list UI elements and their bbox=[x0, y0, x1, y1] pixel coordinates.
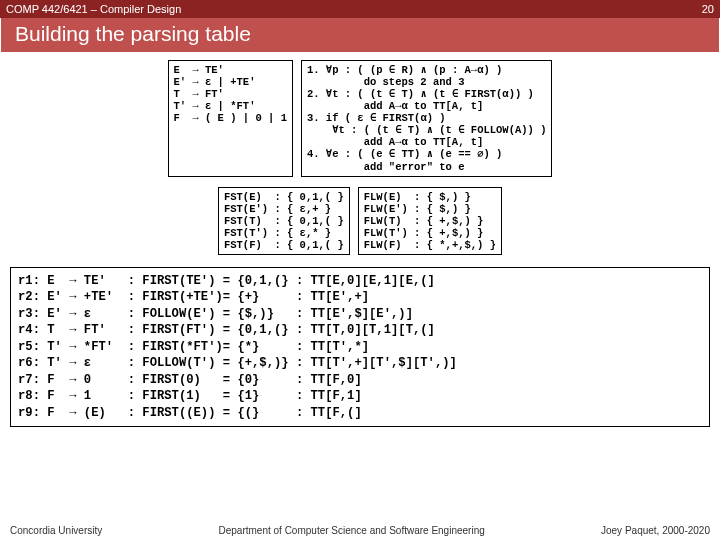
slide-title: Building the parsing table bbox=[1, 18, 719, 52]
footer-center: Department of Computer Science and Softw… bbox=[219, 525, 485, 536]
rules-table-box: r1: E → TE' : FIRST(TE') = {0,1,(} : TT[… bbox=[10, 267, 710, 427]
footer-left: Concordia University bbox=[10, 525, 102, 536]
top-row: E → TE' E' → ε | +TE' T → FT' T' → ε | *… bbox=[10, 60, 710, 177]
grammar-box: E → TE' E' → ε | +TE' T → FT' T' → ε | *… bbox=[168, 60, 293, 177]
header-bar: COMP 442/6421 – Compiler Design 20 bbox=[0, 0, 720, 18]
page-number: 20 bbox=[702, 3, 714, 15]
content-area: E → TE' E' → ε | +TE' T → FT' T' → ε | *… bbox=[0, 52, 720, 427]
follow-sets-box: FLW(E) : { $,) } FLW(E') : { $,) } FLW(T… bbox=[358, 187, 502, 255]
algorithm-box: 1. ∀p : ( (p ∈ R) ∧ (p : A→α) ) do steps… bbox=[301, 60, 553, 177]
footer: Concordia University Department of Compu… bbox=[0, 525, 720, 536]
first-sets-box: FST(E) : { 0,1,( } FST(E') : { ε,+ } FST… bbox=[218, 187, 350, 255]
course-code: COMP 442/6421 – Compiler Design bbox=[6, 3, 181, 15]
footer-right: Joey Paquet, 2000-2020 bbox=[601, 525, 710, 536]
mid-row: FST(E) : { 0,1,( } FST(E') : { ε,+ } FST… bbox=[10, 187, 710, 255]
